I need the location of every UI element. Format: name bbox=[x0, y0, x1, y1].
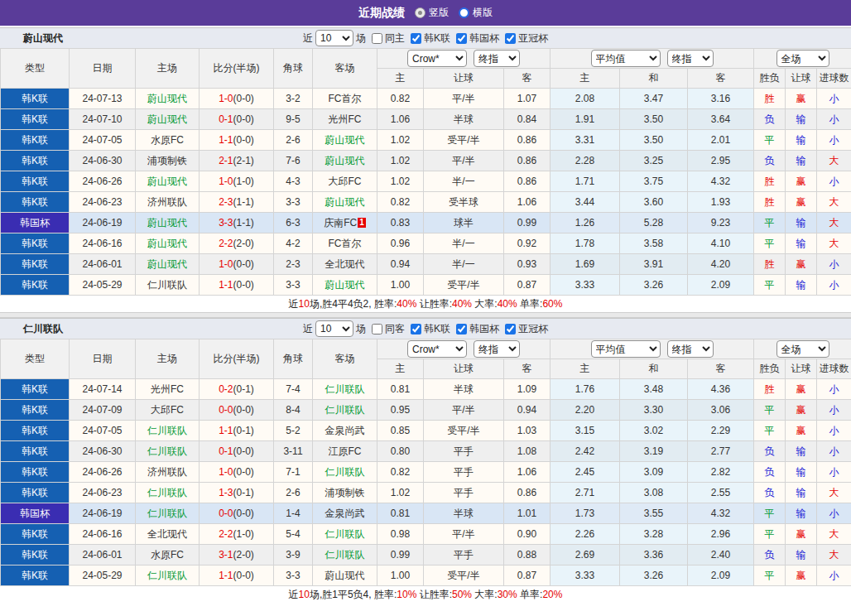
league-type-cell: 韩K联 bbox=[1, 400, 70, 421]
record-summary-2: 近10场,胜1平5负4, 胜率:10% 让胜率:50% 大率:30% 单率:20… bbox=[0, 586, 851, 603]
home-odds-cell: 0.96 bbox=[377, 233, 424, 254]
handicap-cell: 半/一 bbox=[424, 233, 504, 254]
same-venue-checkbox[interactable] bbox=[372, 33, 382, 44]
avg-away-cell: 3.64 bbox=[688, 109, 754, 130]
score-cell: 1-3(0-1) bbox=[200, 483, 274, 503]
summary-segment: 40% bbox=[498, 298, 517, 310]
handicap-cell: 半球 bbox=[424, 503, 504, 524]
scope-select[interactable]: 全场 bbox=[776, 50, 829, 67]
scope-select[interactable]: 全场 bbox=[776, 340, 829, 358]
league-type-cell: 韩K联 bbox=[1, 130, 70, 151]
away-odds-cell: 0.88 bbox=[504, 545, 551, 565]
result-cell: 平 bbox=[754, 421, 786, 441]
result-cell: 平 bbox=[754, 524, 786, 545]
match-row: 韩K联24-07-09大邱FC0-0(0-0)8-4仁川联队0.95平/半0.9… bbox=[1, 400, 851, 421]
away-team-cell: 蔚山现代 bbox=[313, 151, 377, 171]
final-odds-select-2[interactable]: 终指 bbox=[667, 50, 714, 67]
col-avg-away: 客 bbox=[688, 359, 754, 379]
avg-draw-cell: 3.02 bbox=[620, 421, 688, 441]
match-count-select[interactable]: 10 bbox=[315, 30, 353, 46]
col-away: 客场 bbox=[313, 339, 377, 379]
summary-segment: 40% bbox=[397, 298, 416, 310]
final-odds-select-2[interactable]: 终指 bbox=[667, 340, 714, 358]
avg-home-cell: 2.28 bbox=[551, 151, 620, 171]
date-cell: 24-05-29 bbox=[70, 275, 136, 296]
score-cell: 0-1(0-0) bbox=[200, 109, 274, 130]
league-kleague-checkbox[interactable] bbox=[411, 324, 421, 334]
score-cell: 3-3(1-1) bbox=[200, 213, 274, 233]
date-cell: 24-05-29 bbox=[70, 565, 136, 586]
league-acl-checkbox[interactable] bbox=[505, 324, 516, 334]
col-goals: 进球数 bbox=[817, 359, 851, 379]
league-cup-label: 韩国杯 bbox=[469, 322, 499, 336]
average-select[interactable]: 平均值 bbox=[591, 340, 661, 358]
league-acl-checkbox[interactable] bbox=[505, 33, 516, 44]
league-cup-checkbox[interactable] bbox=[456, 33, 467, 44]
home-team-cell: 全北现代 bbox=[136, 524, 200, 545]
col-corner: 角球 bbox=[274, 339, 313, 379]
away-team-cell: 庆南FC1 bbox=[313, 213, 377, 233]
col-goals: 进球数 bbox=[817, 69, 851, 89]
result-cell: 负 bbox=[754, 545, 786, 565]
league-type-cell: 韩K联 bbox=[1, 565, 70, 586]
score-cell: 1-0(1-0) bbox=[200, 171, 274, 192]
summary-segment: 近 bbox=[289, 589, 299, 600]
league-cup-checkbox[interactable] bbox=[456, 324, 467, 334]
away-team-cell: 蔚山现代 bbox=[313, 192, 377, 213]
match-row: 韩国杯24-06-19仁川联队0-0(0-0)1-4金泉尚武0.81半球1.01… bbox=[1, 503, 851, 524]
summary-segment: 30% bbox=[498, 589, 517, 600]
layout-horizontal-option[interactable]: 横版 bbox=[459, 6, 493, 20]
avg-home-cell: 3.15 bbox=[551, 421, 620, 441]
filter-controls: 近 10 场 同主 韩K联 韩国杯 亚冠杯 bbox=[303, 30, 548, 46]
handicap-result-cell: 输 bbox=[786, 130, 817, 151]
company-select[interactable]: Crow* bbox=[407, 340, 467, 358]
average-select[interactable]: 平均值 bbox=[591, 50, 661, 67]
handicap-cell: 半/一 bbox=[424, 254, 504, 275]
score-cell: 0-2(0-1) bbox=[200, 379, 274, 400]
company-select[interactable]: Crow* bbox=[407, 50, 467, 67]
avg-draw-cell: 3.26 bbox=[620, 565, 688, 586]
final-odds-select[interactable]: 终指 bbox=[474, 50, 520, 67]
avg-home-cell: 3.44 bbox=[551, 192, 620, 213]
away-team-cell: 金泉尚武 bbox=[313, 421, 377, 441]
handicap-result-cell: 赢 bbox=[786, 89, 817, 109]
same-venue-checkbox[interactable] bbox=[372, 324, 382, 334]
layout-vertical-option[interactable]: 竖版 bbox=[415, 6, 449, 20]
league-type-cell: 韩K联 bbox=[1, 421, 70, 441]
home-odds-cell: 0.82 bbox=[377, 462, 424, 483]
vertical-radio-icon[interactable] bbox=[415, 7, 426, 18]
avg-home-cell: 2.20 bbox=[551, 400, 620, 421]
avg-away-cell: 4.10 bbox=[688, 233, 754, 254]
result-cell: 胜 bbox=[754, 254, 786, 275]
summary-segment: 大率: bbox=[472, 589, 498, 600]
col-home-odds: 主 bbox=[377, 359, 424, 379]
result-cell: 平 bbox=[754, 503, 786, 524]
result-cell: 负 bbox=[754, 441, 786, 462]
col-away-odds: 客 bbox=[504, 359, 551, 379]
result-cell: 胜 bbox=[754, 171, 786, 192]
match-row: 韩K联24-06-30浦项制铁2-1(2-1)7-6蔚山现代1.02平/半0.8… bbox=[1, 151, 851, 171]
avg-home-cell: 2.08 bbox=[551, 89, 620, 109]
avg-draw-cell: 3.25 bbox=[620, 151, 688, 171]
horizontal-radio-icon[interactable] bbox=[459, 7, 469, 18]
corner-cell: 2-3 bbox=[274, 254, 313, 275]
col-handicap-result: 让球 bbox=[786, 359, 817, 379]
home-team-cell: 蔚山现代 bbox=[136, 213, 200, 233]
result-cell: 胜 bbox=[754, 89, 786, 109]
handicap-result-cell: 赢 bbox=[786, 192, 817, 213]
corner-cell: 7-1 bbox=[274, 462, 313, 483]
goals-result-cell: 大 bbox=[817, 524, 851, 545]
avg-draw-cell: 3.75 bbox=[620, 171, 688, 192]
team-name: 蔚山现代 bbox=[23, 31, 63, 46]
match-count-select[interactable]: 10 bbox=[315, 320, 353, 337]
date-cell: 24-07-05 bbox=[70, 421, 136, 441]
away-team-cell: 仁川联队 bbox=[313, 400, 377, 421]
result-cell: 胜 bbox=[754, 192, 786, 213]
league-kleague-checkbox[interactable] bbox=[411, 33, 421, 44]
avg-draw-cell: 3.91 bbox=[620, 254, 688, 275]
home-odds-cell: 0.82 bbox=[377, 89, 424, 109]
col-avg-away: 客 bbox=[688, 69, 754, 89]
away-odds-cell: 1.08 bbox=[504, 441, 551, 462]
final-odds-select[interactable]: 终指 bbox=[474, 340, 520, 358]
score-cell: 1-1(0-0) bbox=[200, 275, 274, 296]
